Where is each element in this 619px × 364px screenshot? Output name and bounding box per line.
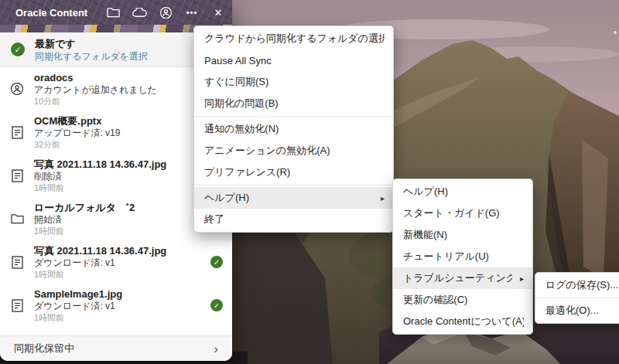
submenu-arrow-icon: ▸: [520, 274, 524, 283]
choose-folders-link[interactable]: 同期化するフォルダを選択: [35, 50, 148, 63]
more-menu-icon[interactable]: •••: [184, 5, 200, 20]
menu-item-about[interactable]: Oracle Contentについて(A): [393, 311, 532, 332]
item-status: ダウンロード済: v1: [34, 257, 232, 269]
item-status: ダウンロード済: v1: [34, 301, 232, 312]
synced-check-icon: ✓: [210, 299, 223, 311]
menu-item-choose-cloud-folders[interactable]: クラウドから同期化するフォルダの選択(F): [194, 28, 393, 49]
item-time: 1時間前: [34, 269, 232, 280]
menu-item-check-updates[interactable]: 更新の確認(C): [393, 289, 532, 311]
menu-item-troubleshooting[interactable]: トラブルシューティング(T) ▸: [393, 267, 532, 289]
menu-item-whats-new[interactable]: 新機能(N): [393, 224, 532, 246]
list-item[interactable]: SampleImage1.jpg ダウンロード済: v1 1時間前 ✓: [0, 284, 232, 327]
window-title: Oracle Content: [15, 7, 87, 19]
item-title: SampleImage1.jpg: [34, 288, 232, 301]
menu-item-quit[interactable]: 終了: [194, 209, 393, 230]
menu-item-preferences[interactable]: プリファレンス(R): [194, 162, 393, 183]
sync-status-title: 最新です: [35, 37, 148, 50]
sync-pending-bar[interactable]: 同期化保留中 ›: [0, 335, 232, 361]
help-submenu: ヘルプ(H) スタート・ガイド(G) 新機能(N) チュートリアル(U) トラブ…: [392, 179, 533, 335]
menu-separator: [194, 185, 393, 185]
chevron-right-icon: ›: [214, 342, 218, 355]
titlebar-actions: ••• ✕: [105, 5, 226, 20]
close-icon[interactable]: ✕: [210, 5, 226, 20]
document-icon: [0, 169, 34, 182]
troubleshooting-submenu: ログの保存(S)... 最適化(O)...: [535, 272, 619, 324]
item-title: 写真 2021.11.18 14.36.47.jpg: [34, 245, 232, 257]
menu-item-optimize[interactable]: 最適化(O)...: [535, 300, 619, 321]
main-menu: クラウドから同期化するフォルダの選択(F) Pause All Sync すぐに…: [193, 26, 394, 233]
menu-item-save-logs[interactable]: ログの保存(S)...: [535, 274, 619, 296]
sync-uptodate-check-icon: ✓: [11, 43, 25, 56]
account-icon[interactable]: [158, 5, 173, 20]
menu-separator: [194, 116, 393, 117]
menu-item-sync-problems[interactable]: 同期化の問題(B): [194, 93, 393, 114]
menu-separator: [535, 298, 619, 298]
list-item[interactable]: 写真 2021.11.18 14.36.47.jpg ダウンロード済: v1 1…: [0, 240, 232, 284]
item-time: 1時間前: [34, 312, 232, 323]
menu-item-tutorials[interactable]: チュートリアル(U): [393, 246, 532, 267]
document-icon: [0, 126, 34, 139]
submenu-arrow-icon: ▸: [381, 194, 385, 202]
account-icon: [0, 82, 34, 96]
folder-icon: [0, 213, 34, 224]
document-icon: [0, 299, 34, 312]
menu-item-help-docs[interactable]: ヘルプ(H): [393, 181, 532, 202]
menu-item-disable-notifications[interactable]: 通知の無効化(N): [194, 118, 393, 140]
menu-item-pause-all-sync[interactable]: Pause All Sync: [194, 49, 393, 71]
menu-item-start-guide[interactable]: スタート・ガイド(G): [393, 202, 532, 224]
document-icon: [0, 256, 34, 269]
cloud-icon[interactable]: [132, 5, 147, 20]
menu-item-sync-now[interactable]: すぐに同期(S): [194, 71, 393, 93]
sync-pending-label: 同期化保留中: [14, 342, 74, 355]
titlebar: Oracle Content ••• ✕: [0, 0, 232, 25]
menu-item-help[interactable]: ヘルプ(H) ▸: [194, 187, 393, 209]
menu-item-disable-animations[interactable]: アニメーションの無効化(A): [194, 140, 393, 162]
folder-icon[interactable]: [105, 5, 121, 20]
list-item[interactable]: ローカルフォルタ ゛1: [0, 327, 232, 335]
synced-check-icon: ✓: [210, 256, 223, 268]
screen: Oracle Content ••• ✕: [0, 0, 619, 364]
